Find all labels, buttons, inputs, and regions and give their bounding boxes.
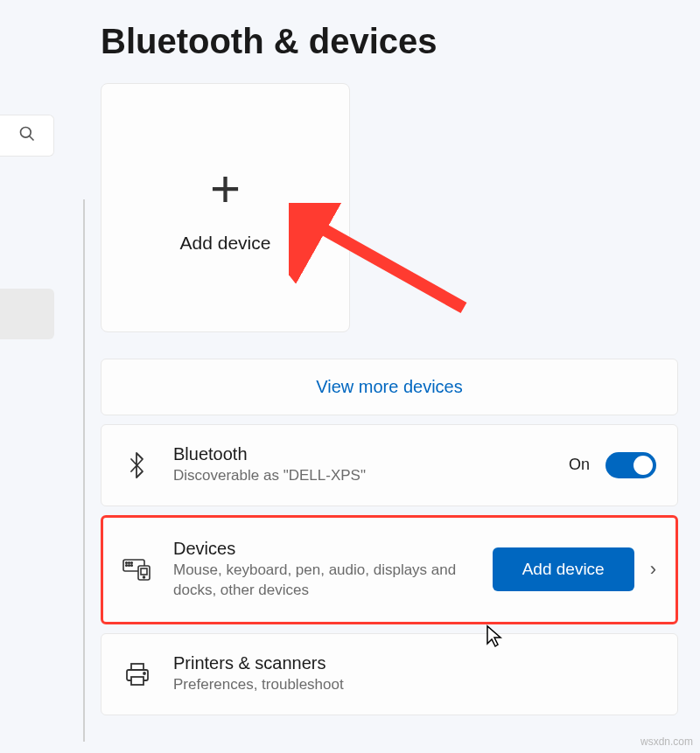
bluetooth-state-label: On [569,456,590,474]
sidebar-nav-item[interactable] [0,289,54,339]
page-title: Bluetooth & devices [101,22,438,61]
add-device-button[interactable]: Add device [493,547,634,591]
watermark: wsxdn.com [640,736,693,748]
svg-point-5 [131,562,133,564]
plus-icon: + [210,163,241,215]
printers-row-text: Printers & scanners Preferences, trouble… [173,653,656,695]
printer-icon [122,659,152,689]
svg-point-11 [144,576,145,578]
svg-rect-12 [131,664,144,670]
bluetooth-row-text: Bluetooth Discoverable as "DELL-XPS" [173,444,548,486]
svg-point-6 [126,565,128,567]
search-icon [18,125,36,146]
view-more-devices-link[interactable]: View more devices [101,359,678,415]
devices-subtitle: Mouse, keyboard, pen, audio, displays an… [173,561,472,601]
svg-rect-14 [131,677,144,685]
svg-point-8 [131,565,133,567]
devices-row[interactable]: Devices Mouse, keyboard, pen, audio, dis… [101,515,678,624]
add-device-card[interactable]: + Add device [101,83,350,332]
search-input[interactable] [0,115,54,157]
devices-row-end: Add device › [493,547,656,591]
devices-row-text: Devices Mouse, keyboard, pen, audio, dis… [173,539,472,601]
bluetooth-row-end: On [569,452,656,478]
add-device-card-label: Add device [180,233,271,254]
svg-line-1 [29,136,33,141]
devices-icon [122,554,152,584]
svg-point-4 [129,562,130,564]
chevron-right-icon[interactable]: › [650,558,656,581]
printers-subtitle: Preferences, troubleshoot [173,675,656,695]
bluetooth-toggle[interactable] [606,452,656,478]
devices-title: Devices [173,539,472,559]
printers-row[interactable]: Printers & scanners Preferences, trouble… [101,633,678,715]
bluetooth-subtitle: Discoverable as "DELL-XPS" [173,466,548,486]
main-content: + Add device View more devices Bluetooth… [101,83,678,715]
sidebar-divider [83,199,85,742]
bluetooth-icon [122,450,152,480]
bluetooth-title: Bluetooth [173,444,548,464]
printers-title: Printers & scanners [173,653,656,673]
svg-point-7 [129,565,130,567]
bluetooth-row[interactable]: Bluetooth Discoverable as "DELL-XPS" On [101,424,678,506]
svg-point-15 [144,673,145,674]
svg-point-0 [20,128,31,138]
svg-point-3 [126,562,128,564]
